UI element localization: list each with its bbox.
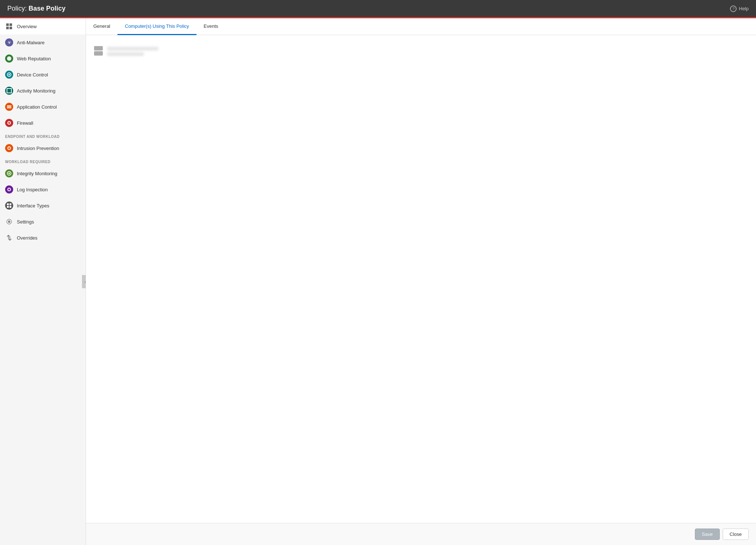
content-body — [86, 35, 756, 523]
sidebar-label-interface-types: Interface Types — [17, 203, 49, 208]
header-title: Policy: Base Policy — [7, 5, 66, 12]
close-button[interactable]: Close — [723, 529, 749, 540]
tab-events[interactable]: Events — [197, 18, 226, 35]
save-button[interactable]: Save — [695, 529, 720, 540]
svg-point-6 — [8, 74, 10, 75]
header: Policy: Base Policy ? Help — [0, 0, 756, 18]
content-area: General Computer(s) Using This Policy Ev… — [86, 18, 756, 545]
integritymonitoring-icon — [5, 169, 13, 177]
sidebar-item-integrity-monitoring[interactable]: Integrity Monitoring — [0, 165, 86, 181]
sidebar-item-device-control[interactable]: Device Control — [0, 67, 86, 83]
svg-point-16 — [8, 173, 10, 174]
help-icon: ? — [730, 5, 737, 12]
sidebar-label-device-control: Device Control — [17, 72, 48, 78]
sidebar-label-firewall: Firewall — [17, 120, 33, 126]
sidebar-item-anti-malware[interactable]: ☣ Anti-Malware — [0, 34, 86, 50]
overrides-icon — [5, 234, 13, 242]
svg-point-14 — [8, 147, 10, 149]
sidebar-label-settings: Settings — [17, 219, 34, 225]
sidebar-label-overrides: Overrides — [17, 235, 37, 241]
overview-icon — [5, 22, 13, 30]
sidebar-item-web-reputation[interactable]: Web Reputation — [0, 50, 86, 67]
svg-rect-20 — [10, 203, 11, 205]
svg-rect-7 — [7, 89, 11, 93]
sidebar-collapse-button[interactable]: ◀ — [82, 275, 86, 288]
sidebar-item-log-inspection[interactable]: Log Inspection — [0, 181, 86, 198]
sidebar-item-overview[interactable]: Overview — [0, 18, 86, 34]
section-label-endpoint: ENDPOINT AND WORKLOAD — [0, 131, 86, 140]
interfacetypes-icon — [5, 202, 13, 210]
sidebar-label-application-control: Application Control — [17, 104, 57, 110]
svg-rect-22 — [10, 206, 11, 208]
sidebar: Overview ☣ Anti-Malware Web Reputation D… — [0, 18, 86, 545]
firewall-icon — [5, 119, 13, 127]
sidebar-label-web-reputation: Web Reputation — [17, 56, 51, 61]
activitymonitoring-icon — [5, 87, 13, 95]
antimalware-icon: ☣ — [5, 38, 13, 46]
intrusionprevention-icon — [5, 144, 13, 152]
svg-rect-2 — [6, 27, 9, 29]
help-button[interactable]: ? Help — [730, 5, 749, 12]
sidebar-item-overrides[interactable]: Overrides — [0, 230, 86, 246]
svg-point-18 — [8, 189, 10, 191]
blurred-computer-item — [93, 42, 749, 60]
sidebar-label-overview: Overview — [17, 24, 37, 29]
svg-rect-1 — [10, 23, 12, 26]
devicecontrol-icon — [5, 71, 13, 79]
loginspection-icon — [5, 185, 13, 193]
svg-point-25 — [101, 48, 102, 49]
webreputation-icon — [5, 55, 13, 63]
applicationcontrol-icon — [5, 103, 13, 111]
sidebar-label-integrity-monitoring: Integrity Monitoring — [17, 171, 57, 176]
tab-computers[interactable]: Computer(s) Using This Policy — [117, 18, 196, 35]
sidebar-item-interface-types[interactable]: Interface Types — [0, 198, 86, 214]
svg-rect-21 — [7, 206, 9, 208]
sidebar-label-anti-malware: Anti-Malware — [17, 40, 45, 45]
svg-rect-3 — [10, 27, 12, 29]
svg-rect-9 — [7, 106, 11, 107]
svg-rect-0 — [6, 23, 9, 26]
sidebar-item-activity-monitoring[interactable]: Activity Monitoring — [0, 83, 86, 99]
help-label: Help — [739, 6, 749, 11]
sidebar-label-intrusion-prevention: Intrusion Prevention — [17, 146, 59, 151]
sidebar-item-settings[interactable]: Settings — [0, 214, 86, 230]
tabs-bar: General Computer(s) Using This Policy Ev… — [86, 18, 756, 35]
svg-rect-10 — [7, 108, 11, 108]
svg-point-12 — [8, 122, 10, 124]
blurred-text-area — [107, 47, 158, 56]
blurred-line-1 — [107, 47, 158, 50]
svg-point-26 — [101, 53, 102, 54]
sidebar-item-firewall[interactable]: Firewall — [0, 115, 86, 131]
policy-label: Policy: — [7, 5, 27, 12]
settings-icon — [5, 218, 13, 226]
svg-rect-19 — [7, 203, 9, 205]
sidebar-item-intrusion-prevention[interactable]: Intrusion Prevention — [0, 140, 86, 156]
main-layout: Overview ☣ Anti-Malware Web Reputation D… — [0, 18, 756, 545]
footer: Save Close — [86, 523, 756, 545]
sidebar-label-log-inspection: Log Inspection — [17, 187, 48, 192]
sidebar-label-activity-monitoring: Activity Monitoring — [17, 88, 55, 94]
section-label-workload: WORKLOAD REQUIRED — [0, 156, 86, 165]
blurred-line-2 — [107, 52, 144, 56]
svg-rect-8 — [7, 105, 11, 106]
svg-point-4 — [7, 56, 11, 61]
server-icon — [93, 45, 104, 57]
tab-general[interactable]: General — [86, 18, 117, 35]
policy-name: Base Policy — [29, 5, 66, 12]
sidebar-item-application-control[interactable]: Application Control — [0, 99, 86, 115]
